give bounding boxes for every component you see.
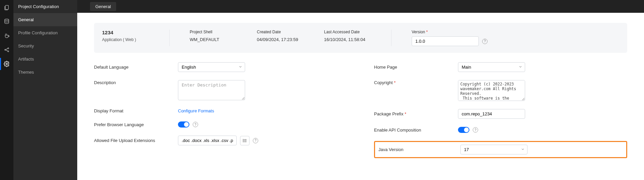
row-enable-api: Enable API Composition ? [374,127,627,133]
default-language-select[interactable]: English [178,62,245,72]
last-accessed-block: Last Accessed Date 16/10/2024, 11:58:04 [324,30,371,42]
version-label: Version [412,30,488,34]
form-col-left: Default Language English Description [94,62,347,158]
list-icon-button[interactable] [240,136,249,145]
description-label: Description [94,80,178,85]
topbar: General [77,0,644,13]
copyright-label: Copyright [374,80,458,85]
row-package-prefix: Package Prefix [374,109,627,119]
sidebar-item-label: Themes [18,70,34,75]
version-input[interactable] [412,36,479,46]
project-shell-value: WM_DEFAULT [190,37,237,42]
java-version-select[interactable]: 17 [460,145,527,154]
home-page-label: Home Page [374,65,458,70]
svg-point-3 [8,48,9,49]
enable-api-toggle[interactable] [458,127,469,133]
last-accessed-label: Last Accessed Date [324,30,371,34]
display-format-label: Display Format [94,108,178,113]
copy-icon[interactable] [3,3,11,11]
help-icon[interactable]: ? [193,122,198,127]
share-icon[interactable] [3,46,11,54]
package-prefix-input[interactable] [458,109,525,119]
sidebar: Project Configuration General Profile Co… [13,0,77,180]
svg-point-1 [5,19,9,21]
copyright-textarea[interactable] [458,80,525,101]
description-textarea[interactable] [178,80,245,100]
sidebar-item-label: Profile Configuration [18,30,58,35]
allowed-ext-input[interactable] [178,136,237,145]
created-date-block: Created Date 04/09/2024, 17:23:59 [257,30,304,42]
sidebar-item-label: Security [18,43,34,48]
home-page-select[interactable]: Main [458,62,525,72]
content-area: 1234 Application ( Web ) Project Shell W… [77,13,644,180]
row-allowed-ext: Allowed File Upload Extensions ? [94,136,347,145]
svg-point-9 [243,139,243,139]
project-info-card: 1234 Application ( Web ) Project Shell W… [94,23,627,53]
database-icon[interactable] [3,17,11,26]
gear-icon[interactable] [3,60,11,68]
created-date-value: 04/09/2024, 17:23:59 [257,37,304,42]
row-java-version-highlight: Java Version 17 [374,141,627,158]
sidebar-title: Project Configuration [13,0,77,13]
default-language-label: Default Language [94,65,178,70]
icon-rail [0,0,13,180]
divider [391,30,392,46]
help-icon[interactable]: ? [473,127,478,133]
sidebar-item-themes[interactable]: Themes [13,66,77,79]
svg-point-4 [8,51,9,52]
project-shell-label: Project Shell [190,30,237,34]
divider [169,30,170,46]
svg-point-2 [5,49,6,50]
project-name: 1234 [102,30,149,35]
help-icon[interactable]: ? [482,39,488,44]
svg-rect-0 [5,5,8,9]
version-block: Version ? [412,30,488,46]
row-default-language: Default Language English [94,62,347,72]
last-accessed-value: 16/10/2024, 11:58:04 [324,37,371,42]
sidebar-item-profile-configuration[interactable]: Profile Configuration [13,26,77,39]
prefer-browser-label: Prefer Browser Language [94,122,178,127]
sidebar-item-artifacts[interactable]: Artifacts [13,52,77,66]
java-version-label: Java Version [378,147,460,152]
svg-point-10 [243,140,243,141]
row-copyright: Copyright [374,80,627,101]
row-prefer-browser: Prefer Browser Language ? [94,121,347,128]
sidebar-item-label: General [18,17,34,22]
project-name-block: 1234 Application ( Web ) [102,30,149,42]
help-icon[interactable]: ? [253,138,258,143]
created-date-label: Created Date [257,30,304,34]
sidebar-item-general[interactable]: General [13,13,77,26]
svg-point-5 [6,63,8,65]
configure-formats-link[interactable]: Configure Formats [178,108,347,113]
project-type: Application ( Web ) [102,37,149,42]
row-description: Description [94,80,347,100]
svg-point-11 [243,141,243,142]
package-prefix-label: Package Prefix [374,111,458,116]
tab-label: General [95,4,111,9]
tab-general[interactable]: General [90,2,116,11]
sidebar-item-security[interactable]: Security [13,39,77,52]
sidebar-item-label: Artifacts [18,57,34,62]
row-display-format: Display Format Configure Formats [94,108,347,113]
prefer-browser-toggle[interactable] [178,121,189,128]
enable-api-label: Enable API Composition [374,128,458,133]
row-home-page: Home Page Main [374,62,627,72]
coffee-icon[interactable] [3,32,11,40]
allowed-ext-label: Allowed File Upload Extensions [94,138,178,143]
main-area: General 1234 Application ( Web ) Project… [77,0,644,180]
form-col-right: Home Page Main Copyright [374,62,627,158]
form-grid: Default Language English Description [94,62,627,158]
project-shell-block: Project Shell WM_DEFAULT [190,30,237,42]
